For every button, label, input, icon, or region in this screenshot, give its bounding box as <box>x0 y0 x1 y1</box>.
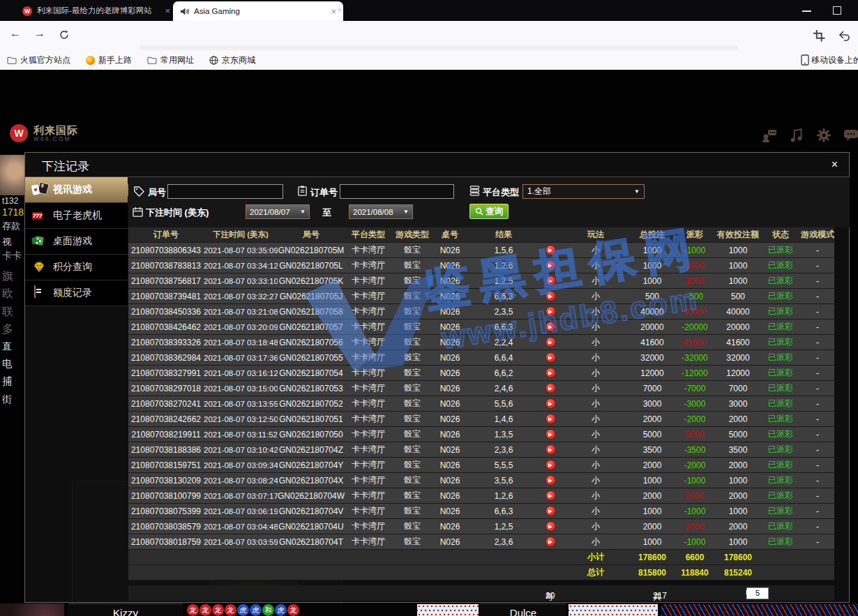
cell-total-bet: 1000 <box>631 506 674 516</box>
date-from-select[interactable]: 2021/08/07 ▼ <box>246 204 310 219</box>
road-marks <box>661 604 858 616</box>
cell-result: 1,3,5 <box>467 430 540 440</box>
play-button[interactable]: ▶ <box>545 490 556 501</box>
cell-valid-bet: 20000 <box>716 322 760 332</box>
close-icon[interactable]: × <box>831 158 838 171</box>
sidebar-item-4[interactable]: 积分查询 <box>25 255 128 280</box>
sidebar-item-2[interactable]: 777电子老虎机 <box>25 203 128 229</box>
window-minimize-button[interactable] <box>802 10 811 12</box>
sidebar-item-5[interactable]: 额度记录 <box>25 280 128 306</box>
left-nav-fragment: 存款 <box>2 220 20 232</box>
cell-result: 1,4,6 <box>467 414 540 424</box>
cell-result: 6,6,2 <box>467 368 540 378</box>
play-button[interactable]: ▶ <box>545 521 556 532</box>
play-button[interactable]: ▶ <box>545 260 556 271</box>
tab-lilai[interactable]: W 利来国际-最给力的老牌博彩网站 × <box>17 2 176 20</box>
cell-payout: 40000 <box>674 307 716 317</box>
cell-platform: 卡卡湾厅 <box>345 398 392 410</box>
cell-play: ▶ <box>540 460 561 470</box>
support-chat-icon[interactable] <box>762 128 777 143</box>
play-button[interactable]: ▶ <box>545 475 556 486</box>
cell-method: 小 <box>561 459 631 471</box>
play-button[interactable]: ▶ <box>545 306 556 317</box>
table-row: 2108070382426622021-08-07 03:12:50GN0262… <box>128 412 834 427</box>
cell-order: 210807038297018 <box>128 384 204 393</box>
cell-valid-bet: 1000 <box>716 246 760 255</box>
bookmark-item[interactable]: 新手上路 <box>86 54 132 66</box>
play-button[interactable]: ▶ <box>545 291 556 301</box>
cell-method: 小 <box>561 490 631 502</box>
cell-play: ▶ <box>540 444 561 455</box>
gear-icon[interactable] <box>816 128 831 143</box>
cell-method: 小 <box>561 505 631 517</box>
music-icon[interactable] <box>789 128 804 143</box>
play-button[interactable]: ▶ <box>545 536 556 547</box>
cell-game-mode: - <box>801 522 834 532</box>
tab-close-icon[interactable]: × <box>165 6 170 16</box>
cell-status: 已派彩 <box>760 428 801 440</box>
sidebar-item-1[interactable]: 9♥视讯游戏 <box>25 177 128 203</box>
col-header-order: 订单号 <box>128 229 204 241</box>
cell-order: 210807038159751 <box>128 460 204 470</box>
cell-game-type: 骰宝 <box>392 505 432 517</box>
bookmark-item[interactable]: 京东商城 <box>209 54 255 66</box>
platform-select[interactable]: 1.全部 ▼ <box>522 184 645 199</box>
firefox-icon <box>86 56 95 65</box>
cell-status: 已派彩 <box>760 398 801 410</box>
bookmark-item[interactable]: 火狐官方站点 <box>7 54 70 66</box>
play-button[interactable]: ▶ <box>545 429 556 440</box>
play-button[interactable]: ▶ <box>545 444 556 455</box>
bead-road <box>417 604 479 616</box>
cell-method: 小 <box>561 413 631 425</box>
play-button[interactable]: ▶ <box>545 352 556 363</box>
cell-order: 210807038450336 <box>128 307 204 317</box>
reload-button[interactable] <box>59 29 70 40</box>
cell-valid-bet: 2000 <box>716 460 760 470</box>
new-tab-button[interactable]: + <box>336 3 343 16</box>
play-button[interactable]: ▶ <box>545 245 556 255</box>
cell-play: ▶ <box>540 475 561 486</box>
left-nav-fragment: t132 <box>2 196 18 206</box>
tab-close-icon[interactable]: × <box>331 6 336 17</box>
query-button[interactable]: 查询 <box>469 204 509 219</box>
cell-total-bet: 2000 <box>631 414 674 424</box>
bet-records-modal: 下注记录 × 9♥视讯游戏777电子老虎机桌面游戏积分查询额度记录 局号 订单号… <box>24 152 850 603</box>
cell-result: 6,6,3 <box>467 506 540 516</box>
dealer-thumb <box>0 603 64 616</box>
play-button[interactable]: ▶ <box>545 398 556 409</box>
forward-button[interactable]: → <box>34 27 45 40</box>
sidebar-item-3[interactable]: 桌面游戏 <box>25 229 128 255</box>
undo-arrow-icon[interactable] <box>838 31 850 41</box>
round-input[interactable] <box>167 184 283 199</box>
dealer-name-tile[interactable]: Kizzy <box>68 603 183 616</box>
cell-round: GN0262180704W <box>278 491 345 501</box>
chat-bubble-icon[interactable] <box>843 128 858 143</box>
col-header-total-bet: 总投注 <box>631 229 674 241</box>
dealer-name-tile[interactable]: Dulce <box>480 603 566 616</box>
play-button[interactable]: ▶ <box>545 276 556 286</box>
play-button[interactable]: ▶ <box>545 383 556 393</box>
date-to-select[interactable]: 2021/08/08 ▼ <box>349 204 413 219</box>
window-maximize-button[interactable] <box>833 6 841 15</box>
play-button[interactable]: ▶ <box>545 506 556 516</box>
play-button[interactable]: ▶ <box>545 460 556 470</box>
tab-title: 利来国际-最给力的老牌博彩网站 <box>37 6 160 16</box>
order-input[interactable] <box>340 184 454 199</box>
screenshot-crop-icon[interactable] <box>813 30 825 42</box>
last-page-button[interactable]: ▶▶ <box>746 588 754 596</box>
play-button[interactable]: ▶ <box>545 322 556 332</box>
chevron-down-icon: ▼ <box>300 209 306 215</box>
cell-bet-time: 2021-08-07 03:11:52 <box>204 430 278 439</box>
bookmark-mobile[interactable]: 移动设备上的 <box>801 50 858 70</box>
bookmark-item[interactable]: 常用网址 <box>147 54 194 66</box>
cell-play: ▶ <box>540 536 561 547</box>
cell-result: 1,5,6 <box>467 246 540 255</box>
cell-play: ▶ <box>540 368 561 378</box>
cell-result: 2,3,6 <box>467 537 540 547</box>
bookmarks-bar: 火狐官方站点新手上路常用网址京东商城 移动设备上的 <box>0 50 858 70</box>
play-button[interactable]: ▶ <box>545 337 556 347</box>
tab-asia-gaming[interactable]: Asia Gaming × <box>173 1 343 21</box>
play-button[interactable]: ▶ <box>545 414 556 424</box>
back-button[interactable]: ← <box>10 27 21 40</box>
play-button[interactable]: ▶ <box>545 368 556 378</box>
